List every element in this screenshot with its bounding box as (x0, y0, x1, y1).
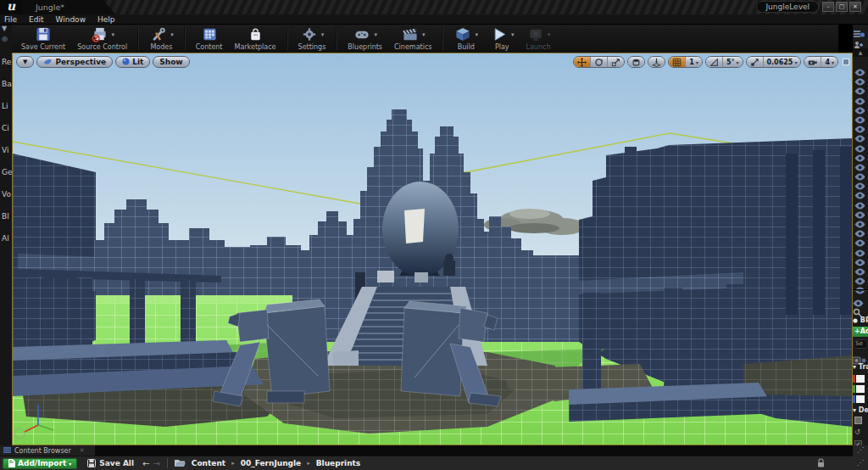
place-actors-tab-al[interactable]: Al (0, 234, 12, 243)
menu-item-help[interactable]: Help (97, 14, 115, 24)
default-section-header[interactable]: ▾ Defa (853, 406, 868, 414)
tab-close-icon[interactable]: ✕ (80, 447, 85, 454)
back-arrow-button[interactable]: ← (142, 459, 149, 468)
visibility-eye-icon[interactable] (854, 244, 865, 254)
place-actors-tab-ge[interactable]: Ge (0, 168, 12, 177)
scale-snap-icon[interactable] (747, 57, 764, 67)
viewport-options-button[interactable]: ▼ (16, 56, 34, 68)
forward-arrow-button[interactable]: → (153, 459, 159, 468)
add-component-button[interactable]: +Add (853, 327, 868, 337)
visibility-eye-icon[interactable] (854, 92, 865, 102)
reset-icon[interactable]: ↺ (854, 428, 868, 436)
visibility-eye-icon[interactable] (854, 187, 865, 196)
scale-snap-value[interactable]: 0.0625▾ (764, 57, 801, 67)
camera-speed-value[interactable]: 4▾ (821, 57, 837, 67)
show-button[interactable]: Show (153, 56, 189, 68)
chevron-down-icon[interactable]: ▾ (374, 31, 377, 38)
details-search-input[interactable]: Se (853, 339, 868, 349)
visibility-eye-icon[interactable] (854, 82, 865, 92)
toolbar-button-launch[interactable]: ▾Launch (520, 25, 556, 53)
menu-item-window[interactable]: Window (56, 14, 86, 24)
place-actors-tab-vo[interactable]: Vo (0, 190, 12, 199)
perspective-button[interactable]: Perspective (36, 56, 113, 68)
chevron-down-icon[interactable]: ▾ (475, 31, 478, 38)
chevron-down-icon[interactable]: ▾ (548, 31, 551, 38)
surface-snap-icon[interactable] (648, 57, 665, 67)
toolbar-button-settings[interactable]: ▾Settings (292, 25, 332, 53)
visibility-eye-icon[interactable] (854, 73, 865, 82)
transform-section-header[interactable]: ▾ Tra (853, 363, 868, 371)
visibility-eye-icon[interactable] (854, 197, 865, 206)
lock-icon[interactable] (817, 458, 825, 467)
rotation-snap-value[interactable]: 5°▾ (723, 57, 743, 67)
coordinate-system-icon[interactable] (628, 57, 644, 67)
location-xyz-fields[interactable] (853, 372, 868, 403)
visibility-eye-icon[interactable] (854, 111, 865, 120)
place-actors-tab-bl[interactable]: Bl (0, 212, 12, 221)
visibility-eye-icon[interactable] (854, 64, 865, 73)
chevron-down-icon[interactable]: ▾ (321, 31, 325, 38)
close-button[interactable]: ✕ (849, 2, 861, 12)
toolbar-button-content[interactable]: Content (190, 25, 229, 53)
visibility-eye-icon[interactable] (854, 130, 865, 139)
visibility-eye-icon[interactable] (854, 140, 865, 149)
visibility-eye-icon[interactable] (854, 254, 865, 263)
content-browser-tab[interactable]: Content Browser ✕ (0, 445, 95, 456)
visibility-eye-icon[interactable] (854, 215, 865, 225)
menu-item-edit[interactable]: Edit (29, 14, 43, 24)
toolbar-button-source-control[interactable]: ▾Source Control (71, 25, 133, 53)
toolbar-button-build[interactable]: ▾Build (448, 25, 484, 53)
toolbar-button-play[interactable]: ▾Play (484, 25, 520, 53)
scroll-up-button[interactable]: ▲ (853, 48, 868, 57)
place-actors-tab-ci[interactable]: Ci (0, 124, 12, 133)
visibility-eye-icon[interactable] (854, 263, 865, 272)
rotate-tool-icon[interactable] (591, 57, 608, 67)
camera-speed-icon[interactable] (804, 57, 821, 67)
grid-snap-icon[interactable] (669, 57, 686, 67)
add-import-button[interactable]: Add/Import ▾ (3, 458, 77, 469)
document-tab[interactable]: Jungle* (22, 0, 115, 14)
toolbar-button-save-current[interactable]: Save Current (15, 25, 71, 53)
rotation-snap-icon[interactable] (706, 57, 723, 67)
place-actors-tab-li[interactable]: Li (0, 102, 12, 111)
toolbar-button-marketplace[interactable]: Marketplace (229, 25, 282, 53)
visibility-eye-icon[interactable] (854, 206, 865, 215)
visibility-eye-icon[interactable] (854, 168, 865, 177)
maximize-viewport-icon[interactable] (843, 59, 849, 65)
chevron-down-icon[interactable]: ▾ (511, 31, 515, 38)
minimize-button[interactable]: – (822, 2, 834, 12)
breadcrumb-item-blueprints[interactable]: Blueprints (316, 459, 361, 467)
chevron-down-icon[interactable]: ▾ (422, 31, 426, 38)
grid-snap-value[interactable]: 1▾ (686, 57, 702, 67)
viewport[interactable]: ▼ Perspective Lit Show 1▾5°▾0.0625▾4▾ (12, 53, 853, 445)
maximize-button[interactable]: □ (836, 2, 848, 12)
save-all-button[interactable]: Save All (87, 459, 134, 467)
visibility-eye-icon[interactable] (854, 234, 865, 243)
visibility-eye-icon[interactable] (854, 102, 865, 111)
dock-grip[interactable]: ⋰ (853, 445, 868, 456)
visibility-eye-icon[interactable] (854, 177, 865, 187)
menu-item-file[interactable]: File (4, 14, 17, 24)
visibility-eye-icon[interactable] (854, 149, 865, 159)
breadcrumb-item-00-fernjungle[interactable]: 00_FernJungle (241, 459, 302, 467)
breadcrumb-item-content[interactable]: Content (192, 459, 225, 467)
lit-mode-button[interactable]: Lit (115, 56, 150, 68)
chevron-down-icon[interactable]: ▾ (111, 31, 114, 38)
toolbar-button-cinematics[interactable]: ▾Cinematics (388, 25, 437, 53)
move-tool-icon[interactable] (574, 57, 591, 67)
chevron-down-icon[interactable]: ▾ (170, 31, 174, 38)
place-actors-tab-vi[interactable]: Vi (0, 146, 12, 155)
property-swatch[interactable] (854, 417, 868, 424)
toolbar-button-blueprints[interactable]: ▾Blueprints (342, 25, 388, 53)
visibility-eye-icon[interactable] (854, 120, 865, 130)
viewport-scene[interactable] (13, 53, 852, 445)
visibility-eye-icon[interactable] (854, 272, 865, 282)
place-actors-search-icon[interactable]: ◎ (0, 35, 12, 45)
scale-tool-icon[interactable] (608, 57, 624, 67)
place-actors-tab-re[interactable]: Re (0, 58, 12, 67)
visibility-eye-icon[interactable] (854, 225, 865, 234)
toolbar-button-modes[interactable]: ▾Modes (143, 25, 180, 53)
dock-grip[interactable]: ⋰ (853, 456, 868, 470)
visibility-eye-icon[interactable] (854, 159, 865, 168)
place-actors-tab-ba[interactable]: Ba (0, 80, 12, 89)
